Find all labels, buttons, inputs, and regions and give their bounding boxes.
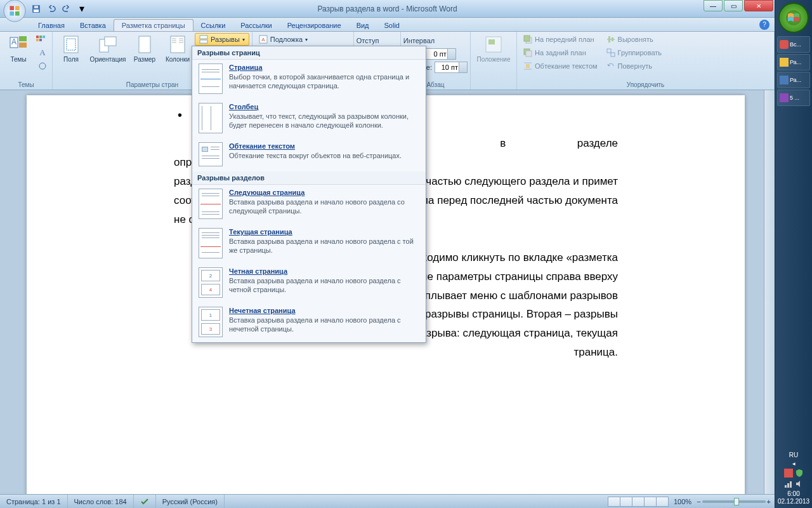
position-icon [483,34,504,55]
zoom-in-icon[interactable]: + [767,498,771,505]
break-even-page-item[interactable]: 24 Четная страницаВставка разрыва раздел… [192,264,426,303]
theme-effects-icon[interactable] [36,60,49,72]
status-page[interactable]: Страница: 1 из 1 [0,495,68,508]
tray-volume-icon[interactable] [795,479,804,488]
taskbar-item-3[interactable]: 5 ... [777,90,810,106]
spacing-after-input[interactable] [435,62,468,73]
breaks-button[interactable]: Разрывы▾ [195,33,249,46]
taskbar-item-0[interactable]: Вс... [777,36,810,53]
qat-more-icon[interactable]: ▾ [75,3,89,15]
ribbon-tabs: Главная Вставка Разметка страницы Ссылки… [0,18,775,32]
spacing-before-input[interactable] [423,48,456,60]
bring-front-button[interactable]: На передний план [520,33,601,46]
break-text-wrap-item[interactable]: Обтекание текстомОбтекание текста вокруг… [192,138,426,171]
break-next-page-item[interactable]: Следующая страницаВставка разрыва раздел… [192,185,426,224]
break-column-item[interactable]: СтолбецУказывает, что текст, следующий з… [192,99,426,138]
help-icon[interactable]: ? [759,20,769,30]
doc-text: еобходимо кликнуть по вкладке «разметка [404,251,618,264]
dropdown-header-page-breaks: Разрывы страниц [192,46,426,60]
view-buttons [608,497,669,507]
tray-flag-icon[interactable] [784,469,793,478]
system-tray: RU ◂ 6:00 02.12.2013 [775,449,812,508]
tray-network-icon[interactable] [784,479,793,488]
quick-access-toolbar: ▾ [29,3,89,15]
svg-rect-12 [36,39,39,41]
rotate-button[interactable]: Повернуть [603,60,666,72]
svg-rect-18 [105,37,116,46]
position-button[interactable]: Положение [473,33,514,75]
svg-rect-41 [608,36,610,43]
titlebar: ▾ Разрыв раздела в word - Microsoft Word… [0,0,775,18]
tab-references[interactable]: Ссылки [193,20,233,31]
themes-icon: A [8,34,29,55]
undo-icon[interactable] [44,3,58,15]
svg-text:A: A [261,37,265,43]
zoom-level[interactable]: 100% [674,498,691,505]
svg-rect-48 [787,483,789,488]
window-title: Разрыв раздела в word - Microsoft Word [317,4,457,13]
status-words[interactable]: Число слов: 184 [68,495,134,508]
zoom-out-icon[interactable]: − [697,498,700,505]
spacing-label: Интервал [403,34,435,47]
odd-page-icon: 13 [199,307,223,337]
tab-page-layout[interactable]: Разметка страницы [114,19,193,31]
tab-view[interactable]: Вид [349,20,377,31]
tab-solid[interactable]: Solid [377,20,407,31]
svg-rect-43 [607,49,611,53]
columns-button[interactable]: Колонки [162,33,193,75]
align-button[interactable]: Выровнять [603,33,666,46]
group-position: Положение [471,32,517,90]
view-outline[interactable] [644,497,657,507]
start-button[interactable] [778,3,809,33]
watermark-button[interactable]: AПодложка▾ [255,33,311,46]
doc-text: а разрыва: следующая страница, текущая [405,327,618,339]
taskbar-item-2[interactable]: Ра... [777,72,810,88]
tab-review[interactable]: Рецензирование [280,20,349,31]
svg-rect-27 [200,36,207,39]
save-icon[interactable] [29,3,43,15]
theme-fonts-icon[interactable]: A [36,46,49,59]
size-icon [134,34,155,55]
break-page-item[interactable]: СтраницаВыбор точки, в которой заканчива… [192,60,426,99]
view-web[interactable] [632,497,645,507]
send-back-button[interactable]: На задний план [520,46,601,59]
tab-mailings[interactable]: Рассылки [233,20,279,31]
window-controls: — ▭ ✕ [704,0,775,17]
tab-home[interactable]: Главная [30,20,72,31]
minimize-button[interactable]: — [704,0,723,11]
status-proof-icon[interactable] [134,495,156,508]
view-full-screen[interactable] [620,497,632,507]
tray-language[interactable]: RU [789,451,798,458]
close-button[interactable]: ✕ [744,0,773,11]
watermark-icon: A [259,35,268,44]
text-wrap-button[interactable]: Обтекание текстом [520,60,601,72]
view-draft[interactable] [656,497,669,507]
margins-button[interactable]: Поля [55,33,87,75]
status-language[interactable]: Русский (Россия) [156,495,225,508]
orientation-button[interactable]: Ориентация [88,33,128,75]
vertical-scrollbar[interactable] [764,90,775,494]
zoom-slider[interactable] [702,500,766,503]
svg-rect-44 [611,53,615,57]
svg-rect-7 [19,36,27,41]
group-themes: A Темы A Темы [0,32,53,90]
tray-shield-icon[interactable] [795,469,804,478]
group-button[interactable]: Группировать [603,46,666,59]
svg-rect-34 [524,36,530,41]
themes-button[interactable]: A Темы [3,33,34,75]
view-print-layout[interactable] [608,497,620,507]
redo-icon[interactable] [60,3,74,15]
size-button[interactable]: Размер [129,33,160,75]
break-odd-page-item[interactable]: 13 Нечетная страницаВставка разрыва разд… [192,303,426,342]
taskbar-item-1[interactable]: Ра... [777,54,810,70]
tab-insert[interactable]: Вставка [72,20,114,31]
tray-clock[interactable]: 6:00 02.12.2013 [778,490,809,505]
break-continuous-item[interactable]: Текущая страницаВставка разрыва раздела … [192,224,426,264]
svg-rect-46 [784,469,793,478]
tray-expand-icon[interactable]: ◂ [792,460,796,467]
maximize-button[interactable]: ▭ [724,0,743,11]
svg-rect-10 [39,36,42,38]
office-button[interactable] [3,0,27,23]
group-icon [606,48,615,57]
theme-colors-icon[interactable] [36,33,49,46]
